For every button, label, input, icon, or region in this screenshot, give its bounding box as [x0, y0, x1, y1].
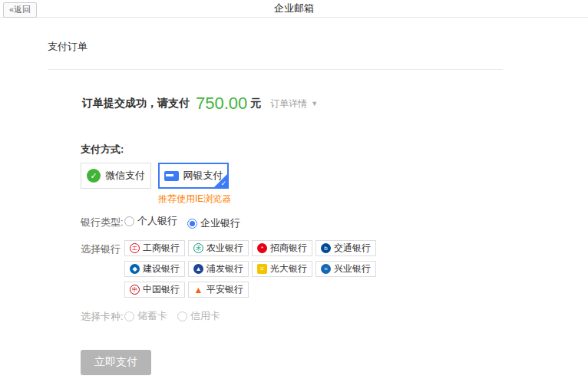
bank-label: 招商银行 — [270, 242, 307, 255]
radio-bank-type-1[interactable]: 企业银行 — [187, 216, 240, 230]
order-success-text: 订单提交成功，请支付 — [82, 97, 190, 110]
spdb-bank-icon: ▲ — [193, 264, 203, 274]
pingan-bank-icon: ▲ — [193, 285, 203, 295]
ie-browser-tip: 推荐使用IE浏览器 — [158, 193, 588, 206]
divider — [48, 69, 503, 70]
cib-bank-icon: ≈ — [321, 264, 331, 274]
payment-method-label: 支付方式: — [81, 143, 588, 157]
order-details-toggle[interactable]: 订单详情 ▼ — [270, 97, 318, 110]
wechat-pay-icon — [87, 169, 101, 183]
radio-label: 信用卡 — [190, 309, 220, 323]
cmb-bank-icon: * — [257, 243, 267, 253]
icbc-bank-icon: 工 — [130, 243, 140, 253]
wechat-pay-label: 微信支付 — [105, 169, 145, 183]
radio-circle — [177, 311, 187, 321]
bank-select-row: 选择银行 工工商银行禾农业银行*招商银行b交通银行◆建设银行▲浦发银行≡光大银行… — [81, 240, 588, 302]
back-button[interactable]: «返回 — [3, 2, 37, 18]
selected-check-icon: ✓ — [220, 180, 226, 187]
radio-label: 储蓄卡 — [137, 309, 167, 323]
bank-button-ceb[interactable]: ≡光大银行 — [252, 261, 312, 277]
radio-label: 个人银行 — [137, 214, 177, 228]
page-title: 支付订单 — [48, 40, 588, 54]
bank-type-label: 银行类型: — [81, 216, 124, 229]
netbank-pay-button[interactable]: 网银支付 ✓ — [158, 163, 229, 189]
order-currency: 元 — [250, 97, 261, 110]
bank-label: 兴业银行 — [334, 262, 371, 275]
radio-bank-type-0[interactable]: 个人银行 — [124, 214, 177, 228]
card-type-options: 储蓄卡信用卡 — [124, 309, 230, 325]
payment-form: 支付方式: 微信支付 网银支付 ✓ 推荐使用IE浏览器 银行类型: 个人银行企业… — [81, 143, 588, 375]
bank-button-cmb[interactable]: *招商银行 — [252, 240, 312, 256]
bank-label: 浦发银行 — [206, 262, 243, 275]
ceb-bank-icon: ≡ — [257, 264, 267, 274]
app-title: 企业邮箱 — [0, 0, 588, 17]
bank-button-abc[interactable]: 禾农业银行 — [188, 240, 249, 256]
top-bar: «返回 企业邮箱 — [0, 0, 588, 18]
bank-type-row: 银行类型: 个人银行企业银行 — [81, 214, 588, 230]
bank-label: 光大银行 — [270, 262, 307, 275]
wechat-pay-button[interactable]: 微信支付 — [81, 163, 151, 189]
boc-bank-icon: 中 — [130, 285, 140, 295]
radio-circle — [187, 219, 197, 229]
radio-card-type-1[interactable]: 信用卡 — [177, 309, 220, 323]
bank-card-icon — [164, 171, 179, 181]
order-summary: 订单提交成功，请支付 750.00 元 订单详情 ▼ — [82, 94, 588, 114]
radio-circle — [124, 216, 134, 226]
bank-label: 建设银行 — [143, 262, 180, 275]
bank-button-icbc[interactable]: 工工商银行 — [124, 240, 185, 256]
card-type-label: 选择卡种: — [81, 310, 124, 324]
radio-circle — [124, 311, 134, 321]
payment-method-row: 微信支付 网银支付 ✓ — [81, 163, 588, 189]
bank-button-ccb[interactable]: ◆建设银行 — [124, 261, 185, 277]
bank-button-spdb[interactable]: ▲浦发银行 — [188, 261, 249, 277]
order-details-label: 订单详情 — [270, 97, 307, 110]
bank-label: 交通银行 — [334, 242, 371, 255]
bank-label: 农业银行 — [206, 242, 243, 255]
bank-label: 平安银行 — [206, 283, 243, 296]
chevron-down-icon: ▼ — [311, 100, 318, 107]
bank-button-cib[interactable]: ≈兴业银行 — [315, 261, 376, 277]
ccb-bank-icon: ◆ — [130, 264, 140, 274]
bank-button-boc[interactable]: 中中国银行 — [124, 282, 185, 298]
bank-label: 中国银行 — [143, 283, 180, 296]
bank-button-pingan[interactable]: ▲平安银行 — [188, 282, 249, 298]
bank-type-options: 个人银行企业银行 — [124, 214, 250, 230]
bank-select-label: 选择银行 — [81, 240, 124, 256]
bank-label: 工商银行 — [143, 242, 180, 255]
bank-button-bocom[interactable]: b交通银行 — [315, 240, 376, 256]
bocom-bank-icon: b — [321, 243, 331, 253]
pay-now-button[interactable]: 立即支付 — [81, 350, 151, 375]
radio-label: 企业银行 — [200, 216, 240, 230]
order-amount: 750.00 — [196, 94, 247, 114]
abc-bank-icon: 禾 — [193, 243, 203, 253]
card-type-row: 选择卡种: 储蓄卡信用卡 — [81, 309, 588, 325]
radio-card-type-0[interactable]: 储蓄卡 — [124, 309, 167, 323]
bank-grid: 工工商银行禾农业银行*招商银行b交通银行◆建设银行▲浦发银行≡光大银行≈兴业银行… — [124, 240, 388, 302]
